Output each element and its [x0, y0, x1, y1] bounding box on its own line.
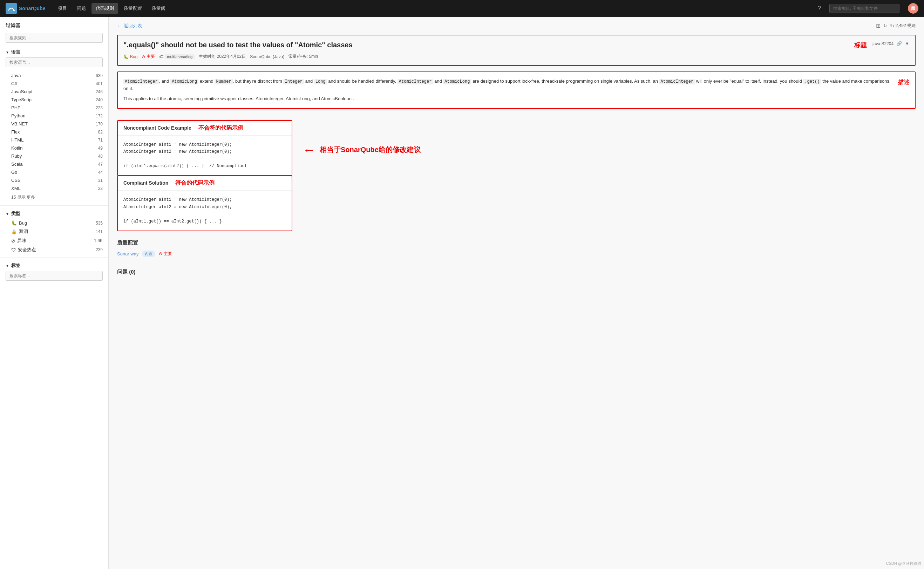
rule-severity-text: 主要 [146, 53, 155, 59]
lang-item-python[interactable]: Python 172 [0, 112, 108, 120]
language-search-input[interactable] [6, 58, 103, 67]
quality-profile-name[interactable]: Sonar way [117, 251, 139, 257]
lang-count-ruby: 48 [98, 154, 103, 159]
back-to-list-link[interactable]: ← 返回列表 [117, 23, 142, 29]
rule-tag[interactable]: multi-threading [165, 54, 195, 59]
lang-item-flex[interactable]: Flex 82 [0, 128, 108, 136]
sidebar-title: 过滤器 [0, 23, 108, 33]
link-icon[interactable]: 🔗 [896, 41, 902, 46]
code-atomiclong: AtomicLong [170, 79, 198, 84]
rule-title: ".equals()" should not be used to test t… [123, 41, 849, 49]
language-list: Java 639 C# 401 JavaScript 246 TypeScrip… [0, 72, 108, 192]
type-count-vulnerability: 141 [96, 229, 103, 234]
lang-item-go[interactable]: Go 44 [0, 168, 108, 176]
quality-profile-builtin-badge: 内置 [142, 251, 155, 257]
major-icon: ⊙ [142, 54, 145, 59]
rule-severity-badge: ⊙ 主要 [142, 53, 155, 59]
smell-icon: ⊘ [11, 238, 15, 243]
code-long: Long [314, 79, 327, 84]
main-layout: 过滤器 ▼ 语言 Java 639 C# 401 JavaScript 246 … [0, 17, 924, 569]
tag-search-input[interactable] [6, 271, 103, 281]
lang-item-js[interactable]: JavaScript 246 [0, 88, 108, 96]
quality-profile-section: 质量配置 Sonar way 内置 ⊙ 主要 [117, 240, 916, 263]
lang-name-scala: Scala [11, 161, 23, 167]
lang-name-js: JavaScript [11, 89, 33, 94]
lang-count-php: 223 [96, 105, 103, 110]
main-content: ← 返回列表 ⊞ ↻ 4 / 2,492 规则 ".equals()" shou… [109, 17, 924, 569]
sidebar-type-label: 类型 [11, 211, 20, 217]
lang-count-go: 44 [98, 170, 103, 175]
type-count-hotspot: 239 [96, 247, 103, 252]
filter-icon[interactable]: ▼ [905, 41, 909, 46]
lang-name-java: Java [11, 73, 21, 78]
sonarqube-logo-icon [6, 3, 17, 14]
severity-text: 主要 [164, 251, 172, 257]
lang-item-java[interactable]: Java 639 [0, 72, 108, 79]
type-name-smell: 异味 [17, 237, 26, 244]
compliant-code: AtomicInteger aInt1 = new AtomicInteger(… [118, 190, 292, 231]
sonarqube-brand-text: SonarQube [19, 6, 45, 11]
rule-origin: SonarQube (Java) [250, 54, 284, 59]
lang-count-cs: 401 [96, 81, 103, 86]
rule-tag-area: 🏷 multi-threading [159, 54, 195, 59]
lang-name-php: PHP [11, 105, 21, 110]
sidebar-tag-section-header[interactable]: ▼ 标签 [0, 260, 108, 271]
code-atomicinteger3: AtomicInteger [659, 79, 695, 84]
type-item-bug[interactable]: 🐛 Bug 535 [0, 219, 108, 227]
rule-description-box: 描述 AtomicInteger, and AtomicLong extend … [117, 72, 916, 109]
nav-item-rules[interactable]: 代码规则 [91, 3, 118, 14]
rule-search-input[interactable] [6, 33, 103, 43]
type-count-bug: 535 [96, 221, 103, 226]
lang-item-xml[interactable]: XML 23 [0, 184, 108, 192]
lang-item-vbnet[interactable]: VB.NET 170 [0, 120, 108, 128]
global-search-input[interactable] [830, 4, 900, 13]
code-atomiclong2: AtomicLong [443, 79, 471, 84]
lang-item-html[interactable]: HTML 71 [0, 136, 108, 144]
severity-circle-icon: ⊙ [159, 251, 162, 256]
lang-name-cs: C# [11, 81, 17, 86]
show-more-languages[interactable]: 15 显示 更多 [0, 192, 108, 202]
nav-item-projects[interactable]: 项目 [53, 3, 71, 14]
noncompliant-code: AtomicInteger aInt1 = new AtomicInteger(… [118, 135, 292, 175]
issues-title: 问题 (0) [117, 269, 916, 275]
lang-name-ruby: Ruby [11, 154, 22, 159]
nav-item-quality-gates[interactable]: 质量阈 [148, 3, 170, 14]
lang-count-html: 71 [98, 138, 103, 143]
type-item-hotspot[interactable]: 🛡 安全热点 239 [0, 245, 108, 254]
user-avatar[interactable]: 颜 [908, 3, 918, 14]
lang-item-php[interactable]: PHP 223 [0, 104, 108, 112]
sidebar-language-label: 语言 [11, 49, 20, 55]
chevron-down-icon-tag: ▼ [6, 264, 9, 268]
compliant-code-box: Compliant Solution 符合的代码示例 AtomicInteger… [117, 176, 292, 231]
lang-item-ts[interactable]: TypeScript 240 [0, 96, 108, 104]
type-item-vulnerability[interactable]: 🔒 漏洞 141 [0, 227, 108, 236]
nav-item-issues[interactable]: 问题 [73, 3, 90, 14]
type-item-smell[interactable]: ⊘ 异味 1.6K [0, 236, 108, 245]
navbar-nav: 项目 问题 代码规则 质量配置 质量阈 [53, 3, 170, 14]
lang-count-css: 31 [98, 178, 103, 183]
noncompliant-header: Noncompliant Code Example 不合符的代码示例 [118, 121, 292, 135]
watermark: CSDN @喜马拉雅猫 [886, 561, 921, 566]
content-top-bar: ← 返回列表 ⊞ ↻ 4 / 2,492 规则 [117, 23, 916, 29]
sidebar-language-section-header[interactable]: ▼ 语言 [0, 47, 108, 58]
arrow-annotation-area: ← 相当于SonarQube给的修改建议 [292, 114, 916, 157]
sidebar-type-section-header[interactable]: ▼ 类型 [0, 208, 108, 219]
lang-name-vbnet: VB.NET [11, 121, 28, 126]
help-icon[interactable]: ? [818, 5, 821, 12]
lang-item-css[interactable]: CSS 31 [0, 176, 108, 184]
nav-item-quality-profiles[interactable]: 质量配置 [120, 3, 146, 14]
lang-count-xml: 23 [98, 186, 103, 191]
lang-item-cs[interactable]: C# 401 [0, 79, 108, 88]
lang-count-js: 246 [96, 89, 103, 94]
type-name-vulnerability: 漏洞 [19, 228, 28, 235]
bug-icon: 🐛 [11, 221, 17, 226]
rule-id-area: java:S2204 🔗 ▼ [872, 41, 909, 46]
rule-effort: 常量/任务: 5min [288, 53, 318, 59]
type-list: 🐛 Bug 535 🔒 漏洞 141 ⊘ 异味 1.6K [0, 219, 108, 254]
rule-meta: 🐛 Bug ⊙ 主要 🏷 multi-threading 生效时间 2022年4… [123, 53, 909, 59]
lang-item-scala[interactable]: Scala 47 [0, 160, 108, 168]
arrow-left-icon: ← [117, 23, 122, 28]
lang-item-kotlin[interactable]: Kotlin 49 [0, 144, 108, 152]
code-examples-column: Noncompliant Code Example 不合符的代码示例 Atomi… [117, 114, 292, 231]
lang-item-ruby[interactable]: Ruby 48 [0, 152, 108, 160]
